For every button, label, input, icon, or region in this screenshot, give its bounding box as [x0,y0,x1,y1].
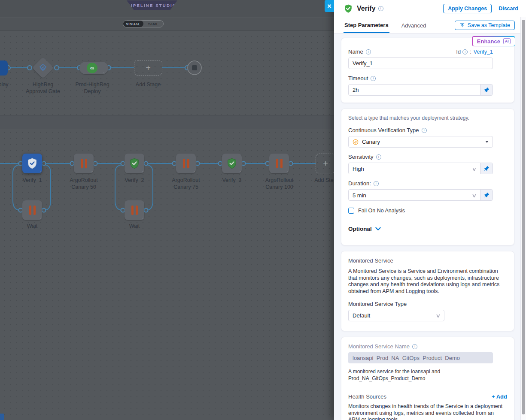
info-icon[interactable]: i [371,76,376,81]
monitored-service-name-card: Monitored Service Namei loansapi_Prod_NA… [341,337,514,420]
cv-type-value: Canary [362,139,380,145]
step-code-marker: ‹› [194,170,195,172]
step-node-argo50[interactable]: ‹› [74,154,94,173]
monitored-service-title: Monitored Service [348,257,507,264]
pin-icon [484,87,490,93]
strategy-hint: Select a type that matches your deployme… [348,115,507,121]
step-label-add-step: Add Step [313,177,334,184]
sensitivity-pin-button[interactable] [480,163,493,174]
fail-on-no-analysis-row: Fail On No Analysis [348,208,507,214]
stage-node-deploy-partial[interactable] [0,60,8,76]
step-label-argo100: ArgoRollout Canary 100 [255,177,304,190]
info-icon[interactable]: i [412,344,417,349]
verify-step-drawer: ✕ Verify i Apply Changes Discard Step Pa… [334,0,526,420]
step-label-wait2: Wait [122,223,147,230]
pause-icon [276,159,283,168]
pause-icon [183,159,189,168]
verify-shield-icon [128,157,140,169]
add-health-source-link[interactable]: + Add [492,393,507,400]
step-code-marker: ‹› [40,170,41,172]
chevron-down-icon: ∨ [471,166,477,172]
fail-on-no-analysis-label: Fail On No Analysis [358,208,405,214]
drawer-title: Verify [357,5,376,12]
name-label: Namei [348,48,371,55]
apply-changes-button[interactable]: Apply Changes [443,4,492,13]
chevron-down-icon [375,227,381,231]
step-node-verify3[interactable]: ‹› [222,154,242,173]
info-icon[interactable]: i [376,154,381,160]
duration-value: 5 min [353,192,366,199]
sensitivity-select[interactable]: High ∨ [349,163,480,174]
step-code-marker: ‹› [287,170,288,172]
sensitivity-value: High [353,166,364,172]
health-sources-description: Monitors changes in health trends of the… [348,403,506,420]
step-label-verify2: Verify_2 [117,177,152,184]
pause-icon [81,159,87,168]
close-drawer-button[interactable]: ✕ [325,0,334,12]
info-icon[interactable]: i [366,49,371,54]
timeout-input[interactable] [349,85,480,95]
info-icon[interactable]: i [462,49,468,54]
info-icon[interactable]: i [378,6,383,11]
divider [348,388,507,388]
tab-step-parameters[interactable]: Step Parameters [344,18,389,33]
id-label: Id [456,48,461,55]
discard-link[interactable]: Discard [499,6,518,12]
step-label-wait1: Wait [19,223,45,230]
info-icon[interactable]: i [422,128,427,133]
pin-icon [484,166,490,171]
optional-expander[interactable]: Optional [348,226,507,232]
step-label-verify3: Verify_3 [215,177,249,184]
duration-pin-button[interactable] [480,190,493,200]
timeout-label: Timeouti [348,75,507,82]
plus-icon: + [323,159,328,169]
timeout-pin-button[interactable] [480,85,493,95]
fail-on-no-analysis-checkbox[interactable] [348,208,354,214]
save-as-template-button[interactable]: Save as Template [455,21,515,30]
duration-select[interactable]: 5 min ∨ [349,190,480,201]
verify-shield-icon [344,4,353,13]
step-node-wait1[interactable]: ‹› [22,200,42,220]
step-label-argo50: ArgoRollout Canary 50 [60,177,107,190]
step-label-verify1: Verify_1 [15,177,49,184]
monitored-service-type-select[interactable]: Default ∨ [348,310,444,321]
drawer-scrollbar-thumb[interactable] [522,20,525,414]
template-upload-icon [459,22,465,28]
sensitivity-label: Sensitivityi [348,154,507,160]
add-stage-button[interactable]: + [134,60,162,76]
enhance-ai-button[interactable]: Enhance AI [472,36,515,46]
tab-advanced[interactable]: Advanced [401,18,427,33]
enhance-label: Enhance [477,38,500,45]
step-node-verify2[interactable]: ‹› [125,154,144,173]
step-code-marker: ‹› [142,170,143,172]
cv-type-select[interactable]: Canary [348,136,493,148]
canvas-edge-widget [0,414,4,420]
id-value[interactable]: Verify_1 [474,49,493,55]
plus-icon: + [146,63,151,73]
info-icon[interactable]: i [374,181,379,186]
canary-icon [353,139,359,145]
verification-type-card: Select a type that matches your deployme… [341,109,514,245]
approval-gate-icon [38,63,48,73]
step-node-argo100[interactable]: ‹› [269,154,289,173]
monitored-service-card: Monitored Service A Monitored Service is… [341,251,514,331]
id-separator: : [470,48,471,55]
name-input[interactable] [348,57,493,69]
monitored-service-helper: A monitored service for the loansapi and… [348,369,507,382]
verify-shield-icon [226,157,238,169]
drawer-scrollbar-track[interactable] [520,17,526,420]
name-timeout-card: Enhance AI Namei Id i : Verify_1 Timeout… [341,38,514,103]
close-icon: ✕ [327,3,332,9]
step-node-argo75[interactable]: ‹› [176,154,196,173]
drawer-tabs: Step Parameters Advanced Save as Templat… [334,17,526,33]
optional-label: Optional [348,226,372,232]
add-step-button[interactable]: + [316,154,334,173]
step-label-argo75: ArgoRollout Canary 75 [162,177,210,190]
stage-label-gitops-deploy: Prod-HighReg Deploy [67,81,118,95]
monitored-service-name-label: Monitored Service Namei [348,343,507,350]
pipeline-canvas: PIPELINE STUDIO VISUAL YAML [0,0,334,420]
pause-icon [29,205,36,215]
step-node-wait2[interactable]: ‹› [125,200,144,220]
health-sources-header: Health Sources + Add [348,393,507,400]
step-node-verify1-selected[interactable]: ‹› [22,154,42,173]
